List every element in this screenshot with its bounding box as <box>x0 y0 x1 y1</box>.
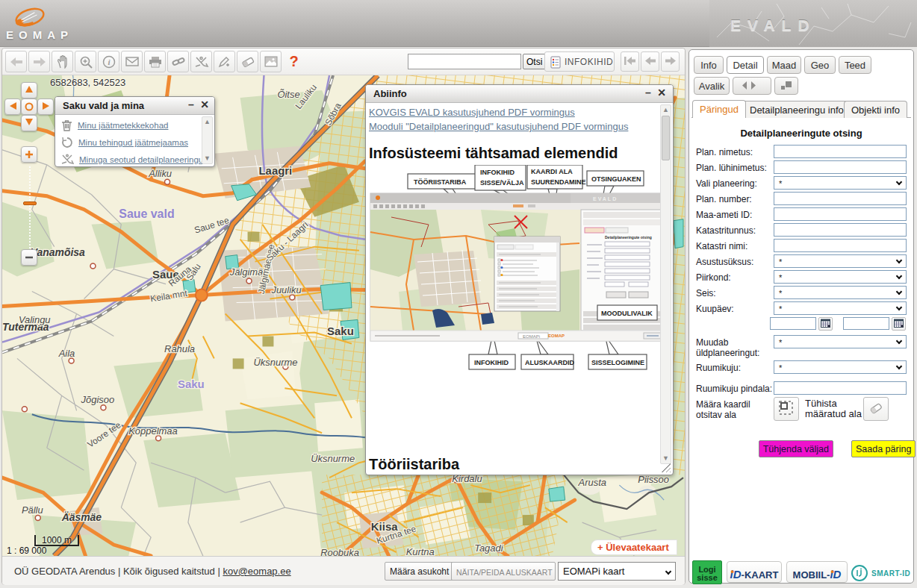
link-button[interactable] <box>167 51 189 72</box>
submit-query-button[interactable]: Saada päring <box>851 440 916 457</box>
saku-panel-titlebar[interactable]: Saku vald ja mina – ✕ <box>55 97 214 115</box>
pan-hand-icon <box>57 55 69 69</box>
plan-luhinimetus-input[interactable] <box>774 160 907 174</box>
saku-link-detail-plans[interactable]: Minuga seotud detailplaneeringud <box>79 155 208 164</box>
seis-select[interactable]: * <box>774 286 907 299</box>
resize-handle[interactable] <box>662 463 671 472</box>
panel-tabbar: Päringud Detailplaneeringu info Objekti … <box>691 99 911 118</box>
saku-link-waste-sites[interactable]: Minu jäätmetekkekohad <box>78 121 168 130</box>
close-icon[interactable]: ✕ <box>199 100 210 110</box>
module-tab-info[interactable]: Info <box>694 56 724 74</box>
next-extent-button[interactable] <box>661 51 680 72</box>
pan-down-button[interactable] <box>21 115 37 131</box>
forward-button[interactable] <box>28 51 50 72</box>
list-item[interactable]: Minu jäätmetekkekohad <box>55 116 202 134</box>
abiinfo-titlebar[interactable]: Abiinfo – ✕ <box>366 85 673 103</box>
close-icon[interactable]: ✕ <box>656 88 667 98</box>
clear-fields-button[interactable]: Tühjenda väljad <box>759 440 833 457</box>
muudab-uldplaneeringut-select[interactable]: * <box>774 335 907 348</box>
pan-right-button[interactable] <box>37 98 54 115</box>
piirkond-select[interactable]: * <box>774 270 907 284</box>
module-tab-geo[interactable]: Geo <box>804 56 836 74</box>
map-label: Jõgisoo <box>81 394 115 405</box>
zoom-in-map-button[interactable] <box>21 146 37 163</box>
zoom-in-button[interactable] <box>75 51 96 72</box>
zoom-slider-handle[interactable] <box>23 201 37 205</box>
pan-center-button[interactable] <box>21 98 37 115</box>
list-item[interactable]: Minuga seotud detailplaneeringud <box>55 151 202 167</box>
kuupaev-select[interactable]: * <box>774 301 907 315</box>
squares-icon <box>781 81 792 90</box>
minimize-icon[interactable]: – <box>643 88 653 98</box>
module-tab-teed[interactable]: Teed <box>839 56 871 74</box>
login-button[interactable]: Logi sisse <box>692 560 722 584</box>
panel-resize-button[interactable] <box>774 77 798 95</box>
katastri-nimi-input[interactable] <box>774 239 907 252</box>
asustusuksus-select[interactable]: * <box>774 254 907 268</box>
map-label: Saku <box>327 325 354 337</box>
scroll-up-icon[interactable]: ▲ <box>662 106 670 114</box>
saku-scrollbar[interactable]: ▲ ▼ <box>202 116 213 164</box>
draw-button[interactable] <box>214 51 235 72</box>
search-input[interactable] <box>408 54 521 69</box>
scroll-thumb[interactable] <box>662 116 670 160</box>
contact-email-link[interactable]: kov@eomap.ee <box>223 566 290 577</box>
email-button[interactable] <box>121 51 143 72</box>
select-area-button[interactable] <box>774 397 799 421</box>
back-button[interactable] <box>5 51 27 72</box>
set-location-button[interactable]: Määra asukoht <box>385 562 454 581</box>
maa-ameti-id-input[interactable] <box>774 207 907 221</box>
pan-button[interactable] <box>52 51 73 72</box>
scroll-up-icon[interactable]: ▲ <box>203 118 211 126</box>
zoom-out-map-button[interactable] <box>21 249 37 266</box>
vali-planeering-select[interactable]: * <box>774 176 907 190</box>
ruumikuju-pindala-input[interactable] <box>774 381 907 395</box>
toggle-basemap-button[interactable]: NÄITA/PEIDA ALUSKAART <box>451 562 556 581</box>
katastritunnus-input[interactable] <box>774 223 907 237</box>
basemap-select[interactable]: EOMAPi kaart <box>558 562 676 581</box>
erase-button[interactable] <box>237 51 258 72</box>
date-to-input[interactable] <box>843 317 889 330</box>
date-to-calendar-button[interactable] <box>892 317 906 331</box>
help-button[interactable]: ? <box>283 51 305 72</box>
clear-area-button[interactable] <box>863 397 889 421</box>
tab-objekti-info[interactable]: Objekti info <box>844 101 907 118</box>
smart-id-button[interactable]: SMART-ID <box>851 563 913 582</box>
module-pdf-link[interactable]: Mooduli "Detailplaneeringud" kasutusjuhe… <box>369 121 628 132</box>
scroll-down-icon[interactable]: ▼ <box>203 154 211 163</box>
tab-paringud[interactable]: Päringud <box>692 100 746 118</box>
help-pdf-link[interactable]: KOVGIS EVALD kasutusjuhend PDF vormingus <box>369 107 575 118</box>
mobile-id-button[interactable]: MOBIIL-•iD <box>786 561 848 583</box>
pan-left-button[interactable] <box>4 98 21 115</box>
overview-map-button[interactable]: + Ülevaatekaart <box>591 539 677 555</box>
layers-button[interactable]: INFOKIHID <box>544 51 615 72</box>
date-from-input[interactable] <box>770 317 816 330</box>
pan-up-button[interactable] <box>21 82 37 98</box>
search-button[interactable]: Otsi <box>523 54 546 69</box>
first-extent-button[interactable] <box>621 51 639 72</box>
list-item[interactable]: Minu tehingud jäätmejaamas <box>55 134 202 151</box>
zoom-slider-track[interactable] <box>29 166 31 248</box>
measure-button[interactable] <box>190 51 212 72</box>
id-card-button[interactable]: •iD-KAART <box>727 561 782 583</box>
panel-collapse-button[interactable] <box>733 77 771 95</box>
print-button[interactable] <box>144 51 166 72</box>
module-tab-avalik[interactable]: Avalik <box>694 77 730 95</box>
abiinfo-scrollbar[interactable]: ▲ ▼ <box>660 104 671 464</box>
plan-nimetus-input[interactable] <box>774 145 907 158</box>
map-marker <box>290 295 295 300</box>
module-tab-maad[interactable]: Maad <box>767 56 801 74</box>
module-tab-detail[interactable]: Detail <box>727 56 764 74</box>
plan-number-input[interactable] <box>774 192 907 205</box>
ruumikuju-select[interactable]: * <box>774 360 907 374</box>
saku-link-waste-station[interactable]: Minu tehingud jäätmejaamas <box>78 138 188 147</box>
date-from-calendar-button[interactable] <box>818 317 833 331</box>
info-button[interactable]: i <box>98 51 119 72</box>
previous-extent-button[interactable] <box>641 51 659 72</box>
scroll-down-icon[interactable]: ▼ <box>662 454 670 463</box>
minimize-icon[interactable]: – <box>186 100 196 110</box>
map-label: Vanamõisa <box>31 246 85 258</box>
evald-logo: EVALD <box>730 16 816 34</box>
tab-detailplaneeringu-info[interactable]: Detailplaneeringu info <box>742 101 851 118</box>
snapshot-button[interactable] <box>260 51 282 72</box>
